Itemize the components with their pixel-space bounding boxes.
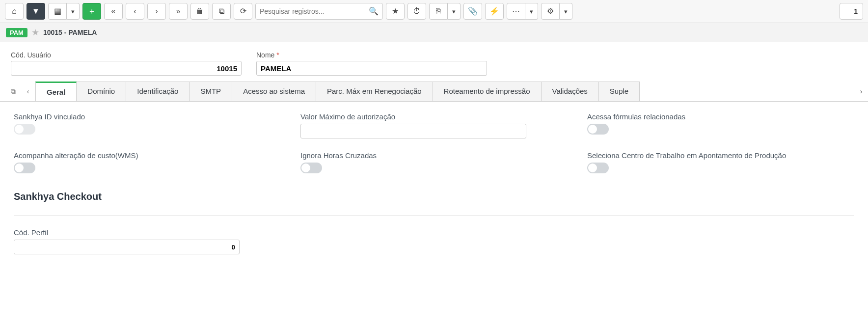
tab-identificacao[interactable]: Identificação [126,82,190,101]
caret-down-icon: ▾ [71,8,75,15]
settings-dropdown-button[interactable]: ▾ [560,3,572,20]
field-nome: Nome* [256,51,487,76]
label-ignora-horas: Ignora Horas Cruzadas [300,151,568,160]
favorite-star-icon[interactable]: ★ [31,27,39,38]
tab-acesso-sistema[interactable]: Acesso ao sistema [232,82,316,101]
chevron-left-icon: ‹ [134,7,136,15]
gear-icon: ⚙ [547,7,554,15]
export-group: ⎘ ▾ [429,3,461,20]
home-button[interactable]: ⌂ [5,3,24,20]
action-button[interactable]: ⚡ [485,3,504,20]
label-valor-max: Valor Máximo de autorização [300,112,568,121]
home-icon: ⌂ [12,7,17,15]
refresh-button[interactable]: ⟳ [234,3,252,20]
tabs-scroll-left[interactable]: ‹ [21,83,35,100]
label-nome: Nome* [256,51,487,59]
label-acompanha-wms: Acompanha alteração de custo(WMS) [14,151,281,160]
plus-icon: ＋ [88,7,96,15]
refresh-icon: ⟳ [240,7,246,15]
tabs-scroll-right[interactable]: › [854,87,868,95]
field-ignora-horas: Ignora Horas Cruzadas [300,151,568,173]
nav-last-button[interactable]: » [169,3,188,20]
toggle-acompanha-wms[interactable] [14,163,35,173]
attachment-button[interactable]: 📎 [463,3,482,20]
trash-icon: 🗑 [196,7,204,15]
field-valor-max: Valor Máximo de autorização [300,112,568,138]
record-bar: PAM ★ 10015 - PAMELA [0,23,868,42]
delete-button[interactable]: 🗑 [190,3,209,20]
copy-icon: ⧉ [219,7,224,15]
required-star-icon: * [276,51,279,59]
nav-first-button[interactable]: « [104,3,123,20]
add-button[interactable]: ＋ [82,3,101,20]
record-badge: PAM [6,28,27,37]
toggle-seleciona-centro[interactable] [587,163,609,173]
star-icon: ★ [392,7,399,15]
more-dropdown-button[interactable]: ▾ [525,3,538,20]
double-chevron-right-icon: » [176,7,181,15]
tab-parc-max[interactable]: Parc. Máx em Renegociação [316,82,433,101]
tab-suple[interactable]: Suple [598,82,640,101]
export-dropdown-button[interactable]: ▾ [448,3,461,20]
duplicate-button[interactable]: ⧉ [212,3,231,20]
grid-mode-group: ▦ ▾ [48,3,80,20]
input-nome[interactable] [256,61,487,76]
page-counter[interactable]: 1 [840,3,863,20]
divider [14,215,854,216]
timer-button[interactable]: ⏱ [407,3,426,20]
more-group: ⋯ ▾ [507,3,538,20]
tab-dominio[interactable]: Domínio [76,82,126,101]
input-valor-max[interactable] [300,124,526,138]
grid-button[interactable]: ▦ [48,3,67,20]
caret-down-icon: ▾ [530,8,533,15]
tabs-row: ⧉ ‹ Geral Domínio Identificação SMTP Ace… [0,82,868,102]
panel-geral: Sankhya ID vinculado Valor Máximo de aut… [0,102,868,265]
field-cod-usuario: Cód. Usuário [11,51,242,76]
toggle-ignora-horas[interactable] [300,163,322,173]
nav-prev-button[interactable]: ‹ [126,3,144,20]
filter-button[interactable]: ▼ [27,3,45,20]
more-button[interactable]: ⋯ [507,3,525,20]
tabs-copy-icon[interactable]: ⧉ [6,83,21,100]
export-icon: ⎘ [436,7,441,15]
ellipsis-icon: ⋯ [512,7,520,15]
section-sankhya-checkout: Sankhya Checkout [14,186,854,202]
export-button[interactable]: ⎘ [429,3,448,20]
settings-button[interactable]: ⚙ [541,3,560,20]
bolt-icon: ⚡ [489,7,499,15]
label-cod-perfil: Cód. Perfil [14,228,281,237]
input-cod-usuario[interactable] [11,61,242,76]
grid-icon: ▦ [54,7,61,15]
caret-down-icon: ▾ [564,8,568,15]
input-cod-perfil[interactable] [14,240,240,254]
double-chevron-left-icon: « [111,7,116,15]
chevron-right-icon: › [155,7,158,15]
caret-down-icon: ▾ [452,8,456,15]
stopwatch-icon: ⏱ [413,7,421,15]
form-header: Cód. Usuário Nome* [0,42,868,82]
toolbar: ⌂ ▼ ▦ ▾ ＋ « ‹ › » 🗑 ⧉ ⟳ 🔍 ★ ⏱ ⎘ ▾ 📎 ⚡ ⋯ … [0,0,868,23]
favorite-button[interactable]: ★ [386,3,405,20]
search-icon[interactable]: 🔍 [369,7,379,15]
tab-validacoes[interactable]: Validações [541,82,599,101]
tab-smtp[interactable]: SMTP [189,82,232,101]
label-sankhya-id: Sankhya ID vinculado [14,112,281,121]
tabs-scroll: Geral Domínio Identificação SMTP Acesso … [35,82,854,101]
tab-roteamento[interactable]: Roteamento de impressão [433,82,542,101]
search-wrap: 🔍 [255,3,383,20]
field-cod-perfil: Cód. Perfil [14,228,281,254]
funnel-icon: ▼ [32,7,40,15]
label-nome-text: Nome [256,51,274,59]
field-sankhya-id: Sankhya ID vinculado [14,112,281,138]
field-seleciona-centro: Seleciona Centro de Trabalho em Apontame… [587,151,854,173]
toggle-sankhya-id [14,124,35,135]
label-seleciona-centro: Seleciona Centro de Trabalho em Apontame… [587,151,854,160]
nav-next-button[interactable]: › [147,3,166,20]
search-input[interactable] [260,7,369,15]
settings-group: ⚙ ▾ [541,3,572,20]
label-acessa-formulas: Acessa fórmulas relacionadas [587,112,854,121]
toggle-acessa-formulas[interactable] [587,124,609,135]
tab-geral[interactable]: Geral [35,82,77,101]
label-cod-usuario: Cód. Usuário [11,51,242,59]
grid-dropdown-button[interactable]: ▾ [67,3,80,20]
